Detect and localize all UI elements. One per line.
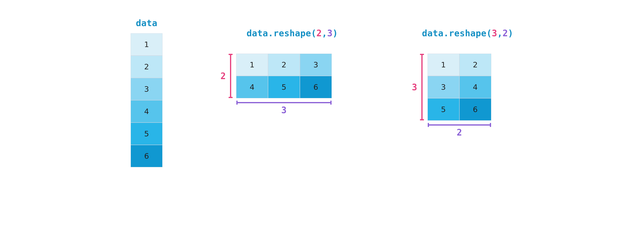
array-cell: 2 — [268, 54, 300, 76]
panel-data: data 1 2 3 4 5 6 — [131, 18, 162, 225]
array-cell: 6 — [300, 76, 332, 98]
array-3x2: 1 2 3 4 5 6 — [428, 54, 491, 121]
array-cell: 5 — [428, 98, 460, 121]
code-text: data.reshape( — [422, 28, 492, 38]
code-text: ) — [508, 28, 513, 38]
panel-data-title: data — [136, 18, 157, 28]
array-cell: 3 — [131, 78, 162, 100]
arg-cols: 2 — [502, 28, 508, 38]
rows-label: 3 — [412, 82, 417, 92]
bracket-vertical-icon — [228, 54, 232, 98]
array-cell: 1 — [236, 54, 268, 76]
rows-bracket: 2 — [220, 54, 232, 98]
array-cell: 2 — [131, 56, 162, 78]
array-cell: 6 — [131, 145, 162, 167]
arg-cols: 3 — [327, 28, 332, 38]
code-text: ) — [332, 28, 338, 38]
array-cell: 2 — [460, 54, 491, 76]
array-cell: 4 — [131, 100, 162, 123]
bracket-vertical-icon — [420, 54, 424, 121]
rows-label: 2 — [220, 71, 226, 81]
cols-bracket: 2 — [428, 123, 491, 137]
bracket-horizontal-icon — [236, 101, 332, 105]
array-cell: 5 — [268, 76, 300, 98]
cols-label: 2 — [456, 127, 462, 137]
array-2x3: 1 2 3 4 5 6 — [236, 54, 332, 98]
cols-label: 3 — [282, 105, 287, 115]
cols-bracket: 3 — [236, 101, 332, 115]
rows-bracket: 3 — [412, 54, 424, 121]
code-text: , — [497, 28, 502, 38]
array-1d: 1 2 3 4 5 6 — [131, 33, 162, 167]
array-2x3-area: 2 1 2 3 4 5 6 — [220, 54, 332, 115]
array-cell: 1 — [428, 54, 460, 76]
arg-rows: 3 — [492, 28, 497, 38]
array-cell: 4 — [460, 76, 491, 98]
array-cell: 1 — [131, 33, 162, 56]
array-cell: 4 — [236, 76, 268, 98]
arg-rows: 2 — [316, 28, 322, 38]
array-cell: 6 — [460, 98, 491, 121]
array-cell: 3 — [428, 76, 460, 98]
diagram-canvas: data 1 2 3 4 5 6 data.reshape(2,3) 2 — [0, 0, 644, 225]
array-3x2-area: 3 1 2 3 4 5 — [412, 54, 491, 137]
panel-reshape-2x3: data.reshape(2,3) 2 1 2 3 — [214, 18, 338, 225]
array-cell: 3 — [300, 54, 332, 76]
panel-reshape-3x2-title: data.reshape(3,2) — [390, 18, 513, 48]
bracket-horizontal-icon — [428, 123, 491, 127]
code-text: data.reshape( — [246, 28, 316, 38]
array-cell: 5 — [131, 123, 162, 145]
code-text: , — [322, 28, 327, 38]
panel-reshape-3x2: data.reshape(3,2) 3 1 2 — [390, 18, 513, 225]
panel-reshape-2x3-title: data.reshape(2,3) — [214, 18, 338, 48]
